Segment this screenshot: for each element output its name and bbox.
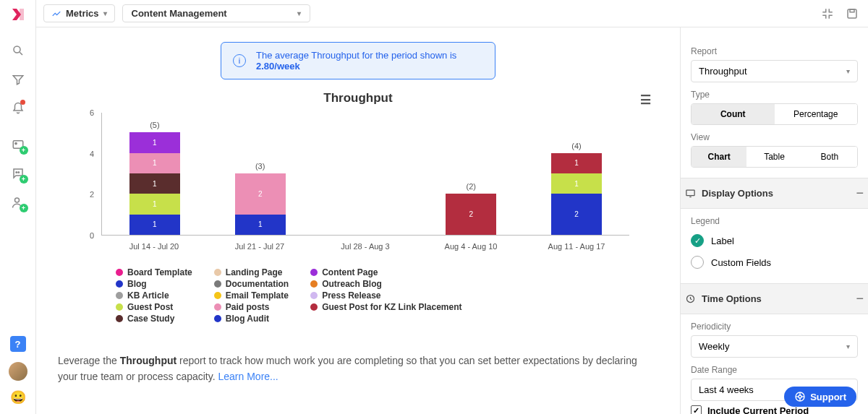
save-icon[interactable] <box>843 5 861 22</box>
chart-title: Throughput ☰ <box>58 91 658 105</box>
add-comment-icon[interactable]: + <box>5 160 31 186</box>
bar-column[interactable]: 2(2) <box>446 194 496 235</box>
toggle-option-percentage[interactable]: Percentage <box>775 104 858 124</box>
metrics-dropdown[interactable]: Metrics ▾ <box>43 4 115 22</box>
legend-item[interactable]: Outreach Blog <box>310 279 461 289</box>
rp-periodicity-label: Periodicity <box>691 322 858 332</box>
collapse-section-icon[interactable]: − <box>856 186 864 201</box>
svg-point-6 <box>18 172 20 173</box>
banner-text: The average Throughput for the period sh… <box>256 50 483 72</box>
info-banner: i The average Throughput for the period … <box>221 42 495 79</box>
toggle-option-count[interactable]: Count <box>692 104 775 124</box>
toggle-option-both[interactable]: Both <box>802 147 857 167</box>
x-axis-label: Aug 4 - Aug 10 <box>435 242 507 251</box>
display-options-header[interactable]: Display Options − <box>681 178 868 209</box>
legend-item[interactable]: Email Template <box>214 290 289 301</box>
rp-legend-label: Legend <box>691 216 858 226</box>
bar-column[interactable]: 12(3) <box>235 173 286 235</box>
report-select[interactable]: Throughput▾ <box>691 60 858 82</box>
rp-view-label: View <box>691 132 858 142</box>
learn-more-link[interactable]: Learn More... <box>218 371 278 382</box>
chevron-down-icon: ▾ <box>297 9 301 17</box>
legend-item[interactable]: Paid posts <box>214 302 289 312</box>
chevron-down-icon: ▾ <box>846 342 850 350</box>
legend-item[interactable]: Guest Post for KZ Link Placement <box>310 302 461 312</box>
legend-radio-custom-fields[interactable]: Custom Fields <box>691 251 858 273</box>
add-user-icon[interactable]: + <box>5 189 31 215</box>
view-toggle: ChartTableBoth <box>691 146 858 168</box>
legend-item[interactable]: Guest Post <box>116 302 192 312</box>
emoji-picker-icon[interactable]: 😀 <box>10 389 26 405</box>
x-axis-label: Aug 11 - Aug 17 <box>540 242 613 251</box>
collapse-icon[interactable] <box>819 5 836 22</box>
svg-point-7 <box>14 198 19 202</box>
rp-daterange-label: Date Range <box>691 365 858 375</box>
collapse-section-icon[interactable]: − <box>856 291 864 306</box>
periodicity-select[interactable]: Weekly▾ <box>691 335 858 358</box>
legend-item[interactable]: Press Release <box>310 290 461 301</box>
app-logo[interactable] <box>9 6 27 23</box>
legend-item[interactable]: Blog <box>116 279 192 289</box>
legend-item[interactable]: Board Template <box>116 267 192 277</box>
bar-column[interactable]: 11111(5) <box>129 132 180 235</box>
x-axis-label: Jul 21 - Jul 27 <box>224 242 296 251</box>
svg-point-5 <box>16 172 17 173</box>
support-button[interactable]: Support <box>784 387 856 407</box>
legend-item[interactable]: Content Page <box>310 267 461 277</box>
chart-area: i The average Throughput for the period … <box>36 27 680 414</box>
context-label: Content Management <box>132 8 227 19</box>
legend-item[interactable]: Case Study <box>116 314 192 324</box>
filter-icon[interactable] <box>5 66 31 92</box>
context-dropdown[interactable]: Content Management ▾ <box>122 4 310 22</box>
toggle-option-chart[interactable]: Chart <box>692 147 746 167</box>
svg-line-1 <box>20 52 22 55</box>
svg-rect-8 <box>848 9 856 18</box>
left-nav-rail: + + + ? 😀 <box>0 0 36 414</box>
info-icon: i <box>233 54 246 67</box>
chevron-down-icon: ▾ <box>846 67 850 75</box>
user-avatar[interactable] <box>9 362 27 381</box>
svg-marker-2 <box>13 76 23 85</box>
svg-point-4 <box>14 142 16 144</box>
help-icon[interactable]: ? <box>10 336 26 352</box>
svg-point-0 <box>14 46 20 53</box>
notifications-icon[interactable] <box>5 95 31 121</box>
topbar: Metrics ▾ Content Management ▾ <box>36 0 868 27</box>
chevron-down-icon: ▾ <box>103 9 107 17</box>
legend-item[interactable]: Landing Page <box>214 267 289 277</box>
legend-item[interactable]: Blog Audit <box>214 314 289 324</box>
add-card-icon[interactable]: + <box>5 131 31 158</box>
svg-rect-10 <box>686 190 694 196</box>
bar-column[interactable]: 211(4) <box>551 153 602 235</box>
config-panel: Report Throughput▾ Type CountPercentage … <box>680 27 868 414</box>
rp-type-label: Type <box>691 90 858 100</box>
type-toggle: CountPercentage <box>691 103 858 125</box>
x-axis-label: Jul 28 - Aug 3 <box>329 242 401 251</box>
report-description: Leverage the Throughput report to track … <box>58 353 658 385</box>
chart-menu-icon[interactable]: ☰ <box>640 92 651 108</box>
legend-radio-label[interactable]: Label <box>691 230 858 251</box>
legend-item[interactable]: KB Article <box>116 290 192 301</box>
chart-legend: Board TemplateBlogKB ArticleGuest PostCa… <box>116 267 658 324</box>
svg-rect-9 <box>850 9 854 12</box>
time-options-header[interactable]: Time Options − <box>681 283 868 314</box>
metrics-label: Metrics <box>66 8 99 19</box>
search-icon[interactable] <box>5 38 31 64</box>
rp-report-label: Report <box>691 46 858 56</box>
svg-point-16 <box>799 395 801 398</box>
bar-chart: 0246 11111(5)12(3)2(2)211(4) Jul 14 - Ju… <box>101 113 629 257</box>
legend-item[interactable]: Documentation <box>214 279 289 289</box>
x-axis-label: Jul 14 - Jul 20 <box>118 242 190 251</box>
toggle-option-table[interactable]: Table <box>746 147 801 167</box>
